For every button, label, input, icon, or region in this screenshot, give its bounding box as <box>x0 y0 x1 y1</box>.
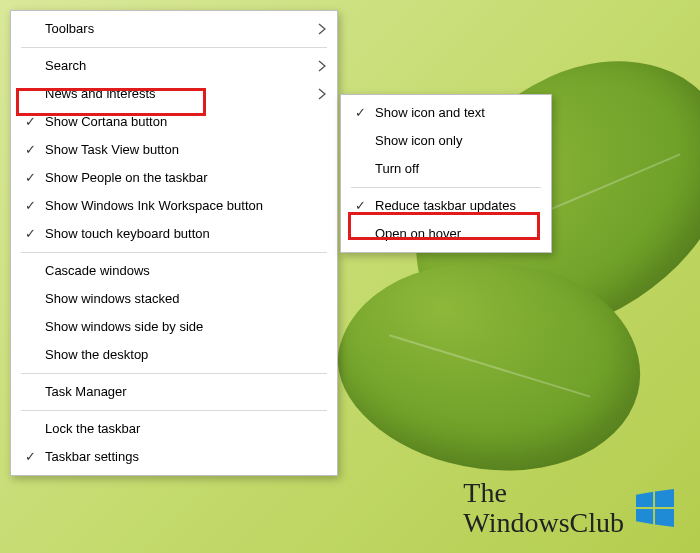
menu-show-cortana-button[interactable]: ✓Show Cortana button <box>11 108 337 136</box>
menu-item-label: Show windows side by side <box>45 319 203 334</box>
checkmark-icon <box>21 415 39 443</box>
menu-item-label: Open on hover <box>375 226 461 241</box>
menu-separator <box>21 373 327 374</box>
menu-show-touch-keyboard-button[interactable]: ✓Show touch keyboard button <box>11 220 337 248</box>
checkmark-icon <box>21 285 39 313</box>
menu-item-label: Task Manager <box>45 384 127 399</box>
svg-marker-0 <box>636 491 653 506</box>
menu-show-task-view-button[interactable]: ✓Show Task View button <box>11 136 337 164</box>
menu-taskbar-settings[interactable]: ✓Taskbar settings <box>11 443 337 471</box>
menu-show-people-on-the-taskbar[interactable]: ✓Show People on the taskbar <box>11 164 337 192</box>
menu-item-label: Turn off <box>375 161 419 176</box>
checkmark-icon: ✓ <box>351 192 369 220</box>
menu-item-label: Show Windows Ink Workspace button <box>45 198 263 213</box>
menu-search[interactable]: Search <box>11 52 337 80</box>
menu-task-manager[interactable]: Task Manager <box>11 378 337 406</box>
svg-marker-1 <box>655 489 674 507</box>
menu-show-windows-ink-workspace-button[interactable]: ✓Show Windows Ink Workspace button <box>11 192 337 220</box>
menu-item-label: Show touch keyboard button <box>45 226 210 241</box>
chevron-right-icon <box>315 80 329 108</box>
checkmark-icon: ✓ <box>351 99 369 127</box>
menu-item-label: Reduce taskbar updates <box>375 198 516 213</box>
submenu-reduce-taskbar-updates[interactable]: ✓Reduce taskbar updates <box>341 192 551 220</box>
taskbar-context-menu: ToolbarsSearchNews and interests✓Show Co… <box>10 10 338 476</box>
submenu-open-on-hover[interactable]: Open on hover <box>341 220 551 248</box>
checkmark-icon <box>21 257 39 285</box>
menu-item-label: Show the desktop <box>45 347 148 362</box>
menu-separator <box>21 252 327 253</box>
watermark-line2: WindowsClub <box>463 508 624 537</box>
checkmark-icon: ✓ <box>21 164 39 192</box>
checkmark-icon <box>21 80 39 108</box>
svg-marker-3 <box>655 509 674 527</box>
menu-separator <box>351 187 541 188</box>
news-and-interests-submenu: ✓Show icon and textShow icon onlyTurn of… <box>340 94 552 253</box>
windows-logo-icon <box>636 489 674 527</box>
submenu-turn-off[interactable]: Turn off <box>341 155 551 183</box>
checkmark-icon <box>21 341 39 369</box>
menu-show-the-desktop[interactable]: Show the desktop <box>11 341 337 369</box>
menu-item-label: Show Cortana button <box>45 114 167 129</box>
menu-separator <box>21 410 327 411</box>
svg-marker-2 <box>636 509 653 524</box>
submenu-show-icon-only[interactable]: Show icon only <box>341 127 551 155</box>
menu-cascade-windows[interactable]: Cascade windows <box>11 257 337 285</box>
menu-item-label: Lock the taskbar <box>45 421 140 436</box>
checkmark-icon <box>21 378 39 406</box>
menu-item-label: Show icon only <box>375 133 462 148</box>
checkmark-icon <box>21 313 39 341</box>
menu-item-label: Taskbar settings <box>45 449 139 464</box>
checkmark-icon: ✓ <box>21 192 39 220</box>
menu-item-label: Cascade windows <box>45 263 150 278</box>
menu-news-and-interests[interactable]: News and interests <box>11 80 337 108</box>
checkmark-icon: ✓ <box>21 136 39 164</box>
checkmark-icon <box>351 155 369 183</box>
menu-item-label: News and interests <box>45 86 156 101</box>
chevron-right-icon <box>315 15 329 43</box>
menu-item-label: Show windows stacked <box>45 291 179 306</box>
watermark-text: The WindowsClub <box>463 478 624 537</box>
submenu-show-icon-and-text[interactable]: ✓Show icon and text <box>341 99 551 127</box>
menu-item-label: Search <box>45 58 86 73</box>
checkmark-icon <box>351 127 369 155</box>
checkmark-icon <box>21 52 39 80</box>
checkmark-icon: ✓ <box>21 220 39 248</box>
menu-item-label: Toolbars <box>45 21 94 36</box>
menu-item-label: Show People on the taskbar <box>45 170 208 185</box>
chevron-right-icon <box>315 52 329 80</box>
checkmark-icon <box>351 220 369 248</box>
checkmark-icon: ✓ <box>21 443 39 471</box>
watermark-line1: The <box>463 478 624 507</box>
menu-show-windows-stacked[interactable]: Show windows stacked <box>11 285 337 313</box>
menu-lock-the-taskbar[interactable]: Lock the taskbar <box>11 415 337 443</box>
checkmark-icon <box>21 15 39 43</box>
menu-item-label: Show Task View button <box>45 142 179 157</box>
checkmark-icon: ✓ <box>21 108 39 136</box>
menu-item-label: Show icon and text <box>375 105 485 120</box>
menu-toolbars[interactable]: Toolbars <box>11 15 337 43</box>
watermark: The WindowsClub <box>463 478 674 537</box>
menu-separator <box>21 47 327 48</box>
menu-show-windows-side-by-side[interactable]: Show windows side by side <box>11 313 337 341</box>
